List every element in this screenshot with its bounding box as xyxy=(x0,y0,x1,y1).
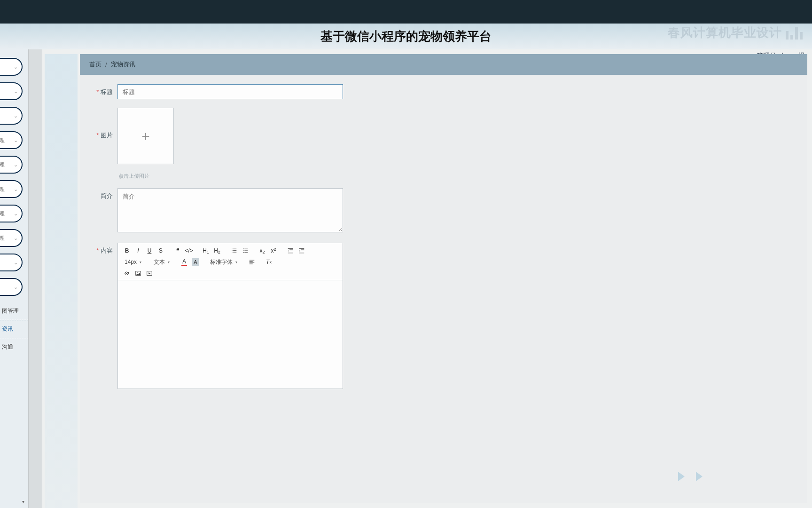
underline-button[interactable]: U xyxy=(144,246,155,255)
code-button[interactable]: </> xyxy=(184,246,194,255)
sidebar-flat-image-mgmt[interactable]: 图管理 xyxy=(0,302,28,320)
link-button[interactable] xyxy=(122,269,132,278)
sidebar-expand-icon[interactable]: ▾ xyxy=(22,499,24,504)
breadcrumb-separator: / xyxy=(105,61,107,68)
form-row-image: 图片 ＋ 点击上传图片 xyxy=(91,108,796,180)
sidebar: ⌄ ⌄ ⌄ 管理⌄ 管理⌄ 管理⌄ 管理⌄ 管理⌄ ⌄ ⌄ 图管理 资讯 沟通 … xyxy=(0,49,28,508)
indent-decrease-button[interactable] xyxy=(285,246,296,255)
sidebar-pill-6[interactable]: 管理⌄ xyxy=(0,205,23,222)
label-intro: 简介 xyxy=(91,188,113,200)
intro-textarea[interactable] xyxy=(117,188,343,232)
image-button[interactable] xyxy=(133,269,143,278)
chevron-down-icon: ⌄ xyxy=(14,211,18,217)
sidebar-pill-1[interactable]: ⌄ xyxy=(0,82,23,100)
video-button[interactable] xyxy=(144,269,155,278)
form-row-intro: 简介 xyxy=(91,188,796,234)
breadcrumb-home[interactable]: 首页 xyxy=(89,60,102,69)
title-input[interactable] xyxy=(117,84,343,99)
watermark-logo-bars xyxy=(786,26,803,40)
upload-hint: 点击上传图片 xyxy=(118,173,174,180)
sidebar-pill-5[interactable]: 管理⌄ xyxy=(0,180,23,198)
sidebar-pill-9[interactable]: ⌄ xyxy=(0,278,23,296)
sidebar-scroll-gutter[interactable] xyxy=(28,49,42,508)
form-row-content: 内容 B I U S ❝ xyxy=(91,243,796,389)
svg-point-2 xyxy=(243,252,244,253)
app-frame: 基于微信小程序的宠物领养平台 春风计算机毕业设计 管理员 abo 退 ⌄ ⌄ ⌄… xyxy=(0,24,812,508)
align-button[interactable] xyxy=(247,257,257,267)
chevron-down-icon: ⌄ xyxy=(14,284,18,290)
chevron-down-icon: ⌄ xyxy=(14,235,18,241)
sidebar-pill-2[interactable]: ⌄ xyxy=(0,107,23,125)
label-title: 标题 xyxy=(91,84,113,96)
sidebar-pill-4[interactable]: 管理⌄ xyxy=(0,156,23,174)
content-pane: 首页 / 宠物资讯 标题 图片 ＋ xyxy=(42,49,812,508)
content-inner: 首页 / 宠物资讯 标题 图片 ＋ xyxy=(80,54,807,503)
h1-button[interactable]: H1 xyxy=(201,246,211,255)
chevron-down-icon: ⌄ xyxy=(14,260,18,266)
rich-text-editor: B I U S ❝ </> H1 H xyxy=(117,243,343,389)
chevron-down-icon: ⌄ xyxy=(14,137,18,143)
chevron-down-icon: ⌄ xyxy=(14,88,18,95)
chevron-down-icon: ⌄ xyxy=(14,186,18,192)
sidebar-flat-news[interactable]: 资讯 xyxy=(0,320,28,338)
background-accent xyxy=(45,54,78,508)
watermark-text: 春风计算机毕业设计 xyxy=(668,24,782,41)
svg-point-4 xyxy=(137,272,138,273)
sidebar-pill-3[interactable]: 管理⌄ xyxy=(0,131,23,149)
main-area: ⌄ ⌄ ⌄ 管理⌄ 管理⌄ 管理⌄ 管理⌄ 管理⌄ ⌄ ⌄ 图管理 资讯 沟通 … xyxy=(0,49,812,508)
plus-icon: ＋ xyxy=(139,127,152,145)
chevron-down-icon: ⌄ xyxy=(14,64,18,70)
quote-button[interactable]: ❝ xyxy=(172,246,183,255)
bold-button[interactable]: B xyxy=(122,246,132,255)
chevron-down-icon: ⌄ xyxy=(14,162,18,168)
strikethrough-button[interactable]: S xyxy=(156,246,166,255)
svg-point-1 xyxy=(243,250,244,251)
sidebar-pill-7[interactable]: 管理⌄ xyxy=(0,229,23,247)
font-family-select[interactable]: 标准字体▾ xyxy=(207,258,240,266)
text-type-select[interactable]: 文本▾ xyxy=(151,258,172,266)
watermark: 春风计算机毕业设计 xyxy=(668,24,803,41)
bg-color-button[interactable]: A xyxy=(190,257,201,267)
form-area: 标题 图片 ＋ 点击上传图片 xyxy=(80,75,807,503)
label-image: 图片 xyxy=(91,108,113,140)
chevron-down-icon: ⌄ xyxy=(14,113,18,119)
unordered-list-button[interactable] xyxy=(240,246,250,255)
svg-point-0 xyxy=(243,248,244,249)
text-color-button[interactable]: A xyxy=(179,257,189,267)
editor-toolbar: B I U S ❝ </> H1 H xyxy=(118,243,343,280)
breadcrumb: 首页 / 宠物资讯 xyxy=(80,54,807,75)
app-header: 基于微信小程序的宠物领养平台 春风计算机毕业设计 xyxy=(0,24,812,49)
editor-body[interactable] xyxy=(118,280,343,389)
sidebar-flat-chat[interactable]: 沟通 xyxy=(0,338,28,356)
superscript-button[interactable]: x2 xyxy=(268,246,279,255)
label-content: 内容 xyxy=(91,243,113,255)
indent-increase-button[interactable] xyxy=(297,246,307,255)
window-top-bar xyxy=(0,0,812,24)
form-row-title: 标题 xyxy=(91,84,796,99)
italic-button[interactable]: I xyxy=(133,246,143,255)
clear-format-button[interactable]: Tx xyxy=(264,257,274,267)
image-upload-box[interactable]: ＋ xyxy=(117,108,174,164)
font-size-select[interactable]: 14px▾ xyxy=(122,259,144,265)
app-title: 基于微信小程序的宠物领养平台 xyxy=(320,28,492,45)
sidebar-pill-0[interactable]: ⌄ xyxy=(0,58,23,76)
breadcrumb-current: 宠物资讯 xyxy=(111,60,135,69)
h2-button[interactable]: H2 xyxy=(212,246,222,255)
subscript-button[interactable]: x2 xyxy=(257,246,267,255)
sidebar-pill-8[interactable]: ⌄ xyxy=(0,254,23,271)
ordered-list-button[interactable] xyxy=(229,246,239,255)
